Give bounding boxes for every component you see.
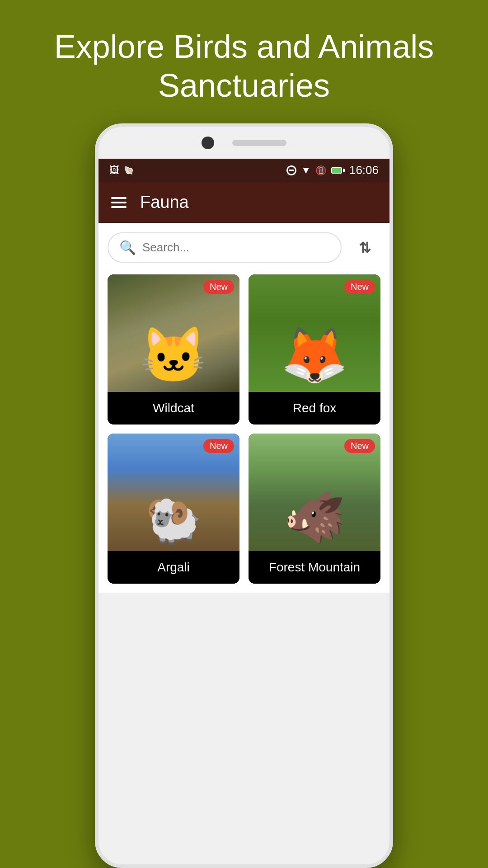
sort-button[interactable]: ⇅ [349, 232, 380, 264]
battery-icon [331, 167, 345, 174]
phone-container: 🖼 🐚 ▼ 📵 16:06 Fauna 🔍 [95, 123, 393, 868]
animal-card-argali[interactable]: New Argali [108, 434, 239, 584]
status-bar: 🖼 🐚 ▼ 📵 16:06 [99, 159, 389, 182]
main-content: 🔍 ⇅ New Wildcat New Red fox [99, 223, 389, 593]
new-badge-argali: New [203, 439, 234, 453]
app-title: Fauna [140, 193, 189, 212]
animal-label-redfox: Red fox [249, 392, 380, 425]
animal-card-wildcat[interactable]: New Wildcat [108, 274, 239, 425]
shell-icon: 🐚 [124, 165, 134, 175]
search-row: 🔍 ⇅ [108, 232, 380, 264]
minus-circle-icon [286, 165, 296, 175]
sort-icon: ⇅ [359, 239, 371, 256]
page-title: Explore Birds and Animals Sanctuaries [36, 27, 452, 105]
animal-grid: New Wildcat New Red fox New Argali New F… [108, 274, 380, 584]
animal-card-forest-mountain[interactable]: New Forest Mountain [249, 434, 380, 584]
new-badge-redfox: New [344, 280, 375, 294]
time-display: 16:06 [349, 163, 379, 177]
signal-icon: 📵 [315, 165, 327, 176]
new-badge-wildcat: New [203, 280, 234, 294]
search-icon: 🔍 [119, 240, 136, 255]
phone-bezel [99, 127, 389, 159]
new-badge-forest-mountain: New [344, 439, 375, 453]
animal-card-redfox[interactable]: New Red fox [249, 274, 380, 425]
status-right-icons: ▼ 📵 16:06 [286, 163, 379, 177]
search-container[interactable]: 🔍 [108, 232, 342, 263]
animal-label-wildcat: Wildcat [108, 392, 239, 425]
camera [202, 137, 214, 149]
app-bar: Fauna [99, 182, 389, 223]
page-title-area: Explore Birds and Animals Sanctuaries [0, 0, 488, 123]
speaker [232, 140, 286, 146]
status-left-icons: 🖼 🐚 [109, 165, 134, 176]
search-input[interactable] [142, 241, 330, 255]
wifi-icon: ▼ [301, 165, 311, 176]
hamburger-menu-button[interactable] [111, 197, 127, 208]
image-icon: 🖼 [109, 165, 119, 176]
animal-label-argali: Argali [108, 551, 239, 584]
animal-label-forest-mountain: Forest Mountain [249, 551, 380, 584]
